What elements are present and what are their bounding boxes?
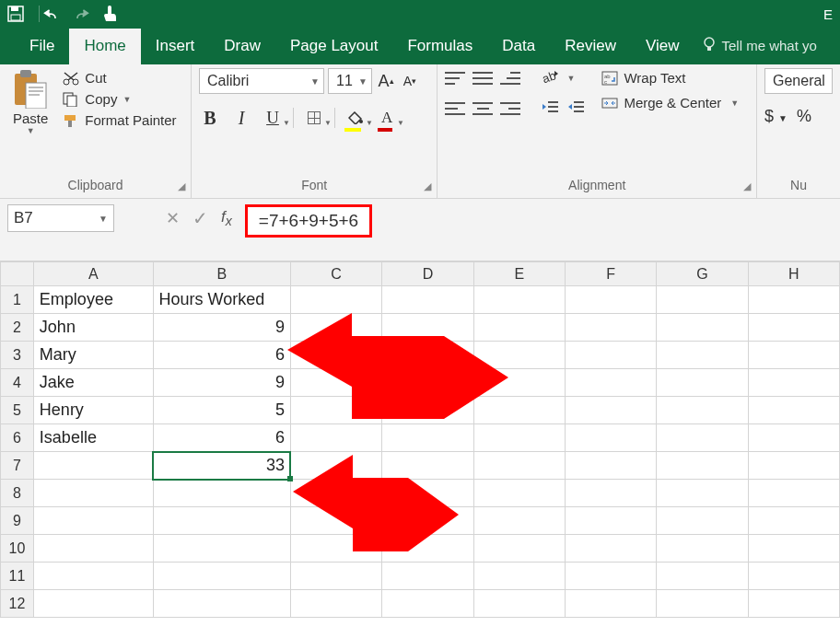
fill-color-button[interactable]: ▼ <box>344 107 367 129</box>
align-middle-icon[interactable] <box>472 70 493 87</box>
cell-A3[interactable]: Mary <box>33 342 153 369</box>
row-header-11[interactable]: 11 <box>1 563 34 590</box>
row-header-4[interactable]: 4 <box>1 369 34 397</box>
row-header-6[interactable]: 6 <box>1 424 34 452</box>
alignment-dialog-launcher[interactable]: ◢ <box>743 180 751 192</box>
formula-input-highlighted[interactable]: =7+6+9+5+6 <box>245 204 372 238</box>
select-all-corner[interactable] <box>1 262 34 286</box>
cell-B5[interactable]: 5 <box>153 397 290 424</box>
align-top-icon[interactable] <box>445 70 465 87</box>
number-format-combo[interactable]: General <box>764 68 833 94</box>
formula-text: =7+6+9+5+6 <box>259 211 358 231</box>
row-header-3[interactable]: 3 <box>1 342 34 369</box>
row-header-12[interactable]: 12 <box>1 590 34 618</box>
cell-A7[interactable] <box>33 452 153 480</box>
row-header-2[interactable]: 2 <box>1 314 34 342</box>
tab-formulas[interactable]: Formulas <box>392 29 487 64</box>
clipboard-dialog-launcher[interactable]: ◢ <box>178 180 185 192</box>
worksheet-grid[interactable]: A B C D E F G H 1EmployeeHours Worked 2J… <box>0 261 840 618</box>
font-dialog-launcher[interactable]: ◢ <box>424 180 431 192</box>
cell-C1[interactable] <box>290 286 381 314</box>
row-header-10[interactable]: 10 <box>1 535 34 563</box>
save-icon[interactable] <box>7 6 24 22</box>
ribbon: Paste ▼ Cut Copy ▼ Format Painter C <box>0 64 840 199</box>
svg-rect-21 <box>548 110 558 112</box>
tab-view[interactable]: View <box>631 29 694 64</box>
cell-A2[interactable]: John <box>33 314 153 342</box>
cell-D1[interactable] <box>382 286 473 314</box>
cell-A5[interactable]: Henry <box>33 397 153 424</box>
tab-file[interactable]: File <box>15 29 69 64</box>
tab-insert[interactable]: Insert <box>141 29 210 64</box>
col-header-H[interactable]: H <box>748 262 839 286</box>
col-header-D[interactable]: D <box>382 262 473 286</box>
redo-icon[interactable] <box>73 6 89 22</box>
align-right-icon[interactable] <box>500 100 520 117</box>
cut-button[interactable]: Cut <box>63 70 176 86</box>
row-header-7[interactable]: 7 <box>1 452 34 480</box>
cell-B3[interactable]: 6 <box>153 342 290 369</box>
font-color-button[interactable]: A▼ <box>376 107 398 129</box>
tab-review[interactable]: Review <box>550 29 631 64</box>
cancel-formula-icon[interactable]: ✕ <box>166 208 180 228</box>
wrap-text-button[interactable]: abc Wrap Text <box>601 70 739 86</box>
increase-indent-icon[interactable] <box>566 99 585 118</box>
grow-font-icon[interactable]: A▴ <box>376 71 396 91</box>
border-button[interactable]: ▼ <box>303 107 325 129</box>
tab-home[interactable]: Home <box>69 29 140 64</box>
svg-rect-19 <box>548 101 558 103</box>
cell-E1[interactable] <box>473 286 565 314</box>
copy-button[interactable]: Copy ▼ <box>63 91 176 107</box>
cell-F1[interactable] <box>565 286 656 314</box>
font-size-combo[interactable]: 11▼ <box>328 68 372 94</box>
paste-button[interactable]: Paste ▼ <box>7 68 53 135</box>
align-bottom-icon[interactable] <box>500 70 520 87</box>
tab-data[interactable]: Data <box>487 29 550 64</box>
svg-rect-24 <box>574 110 584 112</box>
cell-B4[interactable]: 9 <box>153 369 290 397</box>
align-center-icon[interactable] <box>472 100 493 117</box>
format-painter-button[interactable]: Format Painter <box>63 112 176 128</box>
cell-H1[interactable] <box>748 286 839 314</box>
touch-mode-icon[interactable] <box>102 6 119 22</box>
font-name-combo[interactable]: Calibri▼ <box>199 68 324 94</box>
underline-button[interactable]: U▼ <box>262 107 284 129</box>
row-header-9[interactable]: 9 <box>1 507 34 535</box>
tab-page-layout[interactable]: Page Layout <box>275 29 392 64</box>
shrink-font-icon[interactable]: A▾ <box>400 71 420 91</box>
row-header-5[interactable]: 5 <box>1 397 34 424</box>
tab-draw[interactable]: Draw <box>209 29 275 64</box>
svg-rect-14 <box>67 96 76 107</box>
col-header-A[interactable]: A <box>33 262 153 286</box>
cell-A6[interactable]: Isabelle <box>33 424 153 452</box>
accounting-format-button[interactable]: $ ▼ <box>764 107 788 126</box>
italic-button[interactable]: I <box>230 107 252 129</box>
name-box[interactable]: B7▼ <box>7 204 114 232</box>
cell-B7[interactable]: 33 <box>153 452 290 480</box>
lightbulb-icon <box>702 36 717 55</box>
cell-B2[interactable]: 9 <box>153 314 290 342</box>
enter-formula-icon[interactable]: ✓ <box>192 207 208 229</box>
cell-G1[interactable] <box>657 286 748 314</box>
insert-function-icon[interactable]: fx <box>221 208 232 228</box>
cell-A1[interactable]: Employee <box>33 286 153 314</box>
col-header-B[interactable]: B <box>153 262 290 286</box>
cell-A4[interactable]: Jake <box>33 369 153 397</box>
decrease-indent-icon[interactable] <box>541 99 559 118</box>
col-header-G[interactable]: G <box>657 262 748 286</box>
row-header-8[interactable]: 8 <box>1 480 34 507</box>
cell-B1[interactable]: Hours Worked <box>153 286 290 314</box>
orientation-icon[interactable]: ab <box>541 68 559 88</box>
col-header-E[interactable]: E <box>473 262 565 286</box>
row-header-1[interactable]: 1 <box>1 286 34 314</box>
cell-B6[interactable]: 6 <box>153 424 290 452</box>
bold-button[interactable]: B <box>199 107 221 129</box>
merge-center-button[interactable]: Merge & Center ▼ <box>601 95 739 110</box>
tell-me[interactable]: Tell me what yo <box>702 36 817 64</box>
undo-icon[interactable] <box>43 6 60 22</box>
percent-format-button[interactable]: % <box>797 107 811 126</box>
col-header-F[interactable]: F <box>565 262 656 286</box>
col-header-C[interactable]: C <box>290 262 381 286</box>
merge-center-label: Merge & Center <box>624 95 721 110</box>
align-left-icon[interactable] <box>445 100 465 117</box>
